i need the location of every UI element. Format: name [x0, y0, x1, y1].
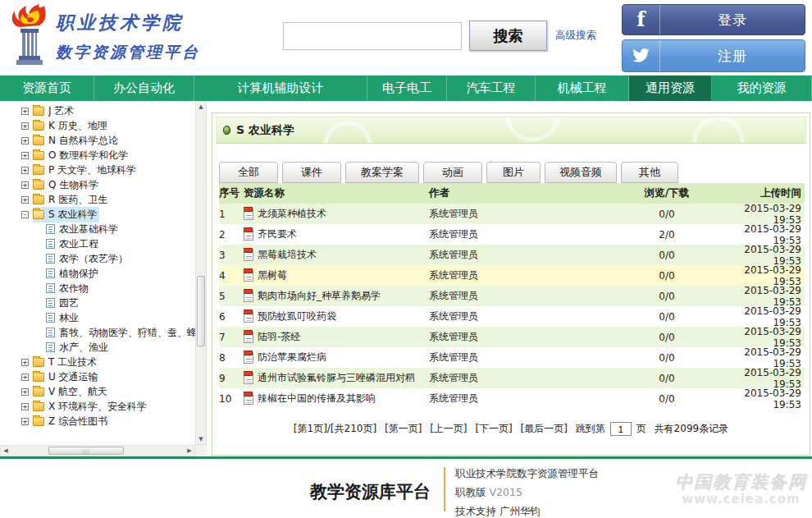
tree-item-label[interactable]: Z 综合性图书 — [48, 415, 107, 429]
tree-item-label[interactable]: U 交通运输 — [48, 370, 98, 384]
expand-icon[interactable]: + — [21, 108, 29, 115]
scroll-down-icon[interactable]: ▼ — [196, 434, 206, 444]
tree-item[interactable]: +N 自然科学总论 — [0, 133, 195, 148]
nav-item-mechanical[interactable]: 机械工程 — [536, 76, 629, 101]
tab-courseware[interactable]: 课件 — [282, 162, 341, 183]
expand-icon[interactable]: + — [21, 152, 29, 159]
tree-item[interactable]: 畜牧、动物医学、狩猎、蚕、蜂 — [0, 325, 195, 340]
nav-item-home[interactable]: 资源首页 — [0, 76, 94, 101]
tree-item-selected[interactable]: -S 农业科学 — [0, 207, 195, 222]
vertical-scrollbar[interactable]: ▲ ▼ — [195, 101, 207, 445]
login-button[interactable]: f 登录 — [622, 4, 805, 35]
expand-icon[interactable]: + — [21, 374, 29, 381]
last-page-link[interactable]: [最后一页] — [521, 423, 568, 434]
tree-item-label[interactable]: 林业 — [59, 311, 79, 325]
tree-item[interactable]: +T 工业技术 — [0, 355, 195, 369]
tab-other[interactable]: 其他 — [621, 162, 678, 183]
expand-icon[interactable]: + — [21, 359, 29, 366]
resource-link[interactable]: 黑树莓 — [258, 268, 287, 282]
search-input[interactable] — [283, 22, 462, 50]
tree-item[interactable]: 农业基础科学 — [0, 222, 195, 236]
tree-item-label[interactable]: N 自然科学总论 — [48, 134, 118, 148]
tree-item[interactable]: 农业工程 — [0, 236, 195, 251]
tree-item[interactable]: 水产、渔业 — [0, 340, 195, 355]
tab-images[interactable]: 图片 — [486, 162, 541, 183]
expand-icon[interactable]: + — [21, 403, 29, 410]
nav-item-general-resources[interactable]: 通用资源 — [629, 76, 712, 101]
resource-link[interactable]: 辣椒在中国的传播及其影响 — [258, 392, 376, 406]
tree-item[interactable]: +U 交通运输 — [0, 369, 195, 384]
nav-item-electronics[interactable]: 电子电工 — [367, 76, 447, 101]
tree-item[interactable]: +J 艺术 — [0, 103, 195, 118]
scroll-left-icon[interactable]: ◀ — [1, 446, 11, 456]
jump-page-input[interactable] — [610, 422, 632, 436]
resource-link[interactable]: 防治苹果腐烂病 — [258, 351, 326, 364]
tree-item-label[interactable]: S 农业科学 — [48, 208, 97, 222]
nav-item-office-automation[interactable]: 办公自动化 — [94, 76, 194, 101]
nav-item-automotive[interactable]: 汽车工程 — [447, 76, 536, 101]
tree-item-label[interactable]: 农业基础科学 — [59, 222, 118, 236]
resource-link[interactable]: 龙须菜种植技术 — [258, 207, 326, 221]
resource-link[interactable]: 鹅肉市场向好_种草养鹅易学 — [258, 289, 381, 303]
expand-icon[interactable]: + — [21, 122, 29, 130]
tree-item[interactable]: +O 数理科学和化学 — [0, 148, 195, 163]
tree-item[interactable]: 农学（农艺学） — [0, 251, 195, 266]
tree-item[interactable]: +V 航空、航天 — [0, 384, 195, 399]
tab-animation[interactable]: 动画 — [423, 162, 482, 183]
tree-item[interactable]: +Z 综合性图书 — [0, 414, 195, 429]
expand-icon[interactable]: + — [21, 167, 29, 174]
expand-icon[interactable]: + — [21, 137, 29, 144]
tree-item-label[interactable]: 水产、渔业 — [59, 341, 108, 355]
tree-item-label[interactable]: 农作物 — [59, 282, 89, 296]
resource-link[interactable]: 黑莓栽培技术 — [258, 248, 317, 262]
nav-item-cad[interactable]: 计算机辅助设计 — [194, 76, 367, 101]
tree-item-label[interactable]: P 天文学、地球科学 — [48, 163, 136, 177]
expand-icon[interactable]: + — [21, 418, 29, 425]
tab-lesson-plans[interactable]: 教案学案 — [345, 162, 419, 183]
resource-link[interactable]: 通州市试验氟铃脲与三唑磷混用对稻 — [258, 371, 415, 385]
expand-icon[interactable]: + — [21, 388, 29, 396]
resource-link[interactable]: 预防蚊虱叮咬药袋 — [258, 309, 336, 323]
tree-item-label[interactable]: R 医药、卫生 — [48, 193, 107, 207]
tree-item[interactable]: +K 历史、地理 — [0, 118, 195, 133]
tree-item[interactable]: +Q 生物科学 — [0, 177, 195, 192]
search-button[interactable]: 搜索 — [469, 21, 547, 51]
first-page-link[interactable]: [第一页] — [385, 423, 422, 434]
resource-link[interactable]: 陆羽-茶经 — [258, 330, 300, 344]
tree-item[interactable]: +R 医药、卫生 — [0, 192, 195, 207]
vertical-scroll-thumb[interactable] — [197, 276, 205, 346]
tree-item-label[interactable]: J 艺术 — [48, 104, 74, 118]
tree-item-label[interactable]: 农学（农艺学） — [59, 252, 128, 266]
tree-item-label[interactable]: X 环境科学、安全科学 — [48, 400, 147, 414]
prev-page-link[interactable]: [上一页] — [430, 423, 467, 434]
tree-item-label[interactable]: 农业工程 — [59, 237, 98, 251]
collapse-icon[interactable]: - — [21, 211, 29, 218]
advanced-search-link[interactable]: 高级搜索 — [555, 29, 596, 43]
tree-item[interactable]: 植物保护 — [0, 266, 195, 281]
tree-item-label[interactable]: O 数理科学和化学 — [48, 149, 128, 163]
scroll-up-icon[interactable]: ▲ — [196, 102, 206, 112]
expand-icon[interactable]: + — [21, 196, 29, 204]
tree-item-label[interactable]: 畜牧、动物医学、狩猎、蚕、蜂 — [59, 326, 195, 340]
tree-item-label[interactable]: 植物保护 — [59, 267, 98, 281]
tree-item-label[interactable]: T 工业技术 — [48, 355, 97, 369]
tree-item-label[interactable]: Q 生物科学 — [48, 178, 98, 192]
resource-link[interactable]: 齐民要术 — [258, 227, 297, 241]
tree-item[interactable]: 农作物 — [0, 281, 195, 296]
next-page-link[interactable]: [下一页] — [475, 423, 512, 434]
tab-all[interactable]: 全部 — [219, 162, 278, 183]
tree-item-label[interactable]: K 历史、地理 — [48, 119, 107, 133]
expand-icon[interactable]: + — [21, 181, 29, 189]
tree-item[interactable]: 园艺 — [0, 296, 195, 310]
tree-item[interactable]: +P 天文学、地球科学 — [0, 163, 195, 177]
horizontal-scrollbar[interactable]: ◀ ||| ▶ — [0, 445, 195, 456]
tree-item[interactable]: 林业 — [0, 310, 195, 325]
nav-item-my-resources[interactable]: 我的资源 — [712, 76, 812, 101]
tree-item[interactable]: +X 环境科学、安全科学 — [0, 399, 195, 414]
tree-item-label[interactable]: 园艺 — [59, 296, 79, 310]
horizontal-scroll-thumb[interactable]: ||| — [48, 447, 124, 455]
register-button[interactable]: 注册 — [622, 39, 805, 72]
scroll-right-icon[interactable]: ▶ — [185, 446, 194, 456]
tree-item-label[interactable]: V 航空、航天 — [48, 385, 107, 399]
tab-audio-video[interactable]: 视频音频 — [545, 162, 617, 183]
